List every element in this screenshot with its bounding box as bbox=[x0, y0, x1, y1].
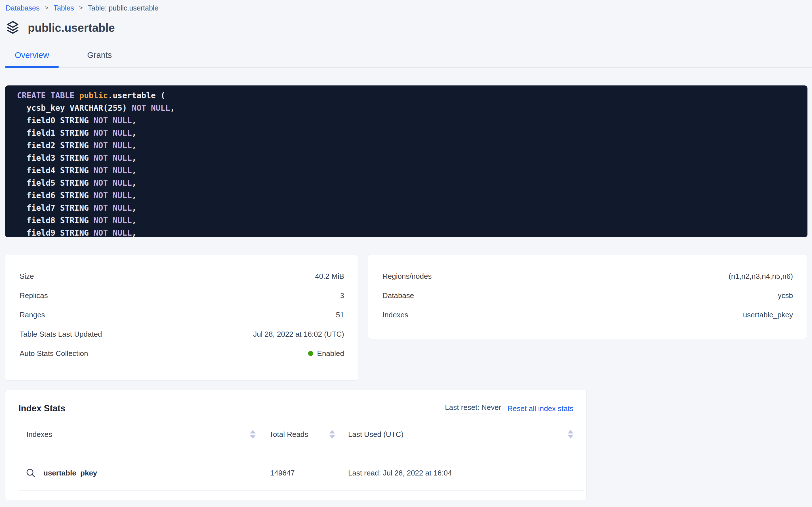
breadcrumb-separator-icon: > bbox=[79, 4, 83, 12]
stat-label: Ranges bbox=[19, 311, 45, 319]
stat-value: (n1,n2,n3,n4,n5,n6) bbox=[729, 272, 793, 281]
breadcrumb: Databases > Tables > Table: public.usert… bbox=[0, 0, 812, 12]
stat-value: Jul 28, 2022 at 16:02 (UTC) bbox=[253, 330, 344, 339]
page-title: public.usertable bbox=[28, 21, 115, 34]
create-statement-code-block: CREATE TABLE public.usertable ( ycsb_key… bbox=[5, 86, 807, 237]
index-table-body: usertable_pkey149647Last read: Jul 28, 2… bbox=[18, 455, 573, 491]
sql-line: ycsb_key VARCHAR(255) NOT NULL, bbox=[17, 102, 807, 114]
stat-label: Table Stats Last Updated bbox=[19, 330, 102, 339]
stat-row: Table Stats Last UpdatedJul 28, 2022 at … bbox=[19, 325, 344, 344]
sort-arrows-icon[interactable] bbox=[250, 430, 256, 439]
total-reads-value: 149647 bbox=[266, 469, 348, 477]
sql-line: field6 STRING NOT NULL, bbox=[17, 189, 807, 202]
table-divider bbox=[18, 491, 584, 491]
status-dot-icon bbox=[308, 351, 313, 356]
stat-row: Indexesusertable_pkey bbox=[382, 305, 793, 325]
summary-cards-row: Size40.2 MiBReplicas3Ranges51Table Stats… bbox=[5, 255, 807, 381]
stat-label: Regions/nodes bbox=[382, 272, 432, 281]
last-reset-label: Last reset: Never bbox=[445, 403, 501, 414]
stat-row: Replicas3 bbox=[19, 286, 344, 305]
stat-row: Regions/nodes(n1,n2,n3,n4,n5,n6) bbox=[382, 267, 793, 286]
column-header-indexes: Indexes bbox=[26, 430, 52, 439]
stat-row: Size40.2 MiB bbox=[19, 267, 344, 286]
sort-arrows-icon[interactable] bbox=[568, 430, 573, 439]
table-details-page: Databases > Tables > Table: public.usert… bbox=[0, 0, 812, 507]
breadcrumb-separator-icon: > bbox=[45, 4, 49, 12]
tab-overview[interactable]: Overview bbox=[5, 51, 59, 67]
stat-label: Database bbox=[382, 291, 414, 300]
column-header-total-reads: Total Reads bbox=[269, 430, 308, 439]
stat-label: Auto Stats Collection bbox=[19, 349, 88, 358]
sql-line: field8 STRING NOT NULL, bbox=[17, 214, 807, 227]
index-stats-title: Index Stats bbox=[18, 403, 65, 413]
index-table-header: Indexes Total Reads Last Used (UTC) bbox=[18, 414, 573, 455]
stat-label: Indexes bbox=[382, 311, 408, 319]
stat-value: 3 bbox=[340, 291, 344, 300]
tab-bar: Overview Grants bbox=[5, 51, 812, 68]
sql-line: field2 STRING NOT NULL, bbox=[17, 139, 807, 152]
sort-arrows-icon[interactable] bbox=[329, 430, 335, 439]
breadcrumb-databases-link[interactable]: Databases bbox=[6, 4, 40, 12]
column-header-last-used: Last Used (UTC) bbox=[348, 430, 403, 439]
stat-value: 51 bbox=[336, 311, 344, 319]
sql-line: field5 STRING NOT NULL, bbox=[17, 177, 807, 189]
stat-row: Ranges51 bbox=[19, 305, 344, 325]
last-used-value: Last read: Jul 28, 2022 at 16:04 bbox=[348, 469, 573, 477]
sql-line: field7 STRING NOT NULL, bbox=[17, 202, 807, 214]
table-details-card: Regions/nodes(n1,n2,n3,n4,n5,n6)Database… bbox=[368, 255, 807, 339]
page-title-row: public.usertable bbox=[5, 19, 812, 36]
index-table-row[interactable]: usertable_pkey149647Last read: Jul 28, 2… bbox=[18, 455, 573, 491]
index-stats-card: Index Stats Last reset: Never Reset all … bbox=[5, 390, 587, 500]
stat-value: 40.2 MiB bbox=[315, 272, 344, 281]
sql-line: CREATE TABLE public.usertable ( bbox=[17, 90, 807, 102]
stat-row: Auto Stats CollectionEnabled bbox=[19, 344, 344, 363]
breadcrumb-current: Table: public.usertable bbox=[88, 4, 159, 12]
reset-all-index-stats-link[interactable]: Reset all index stats bbox=[507, 404, 573, 413]
index-name: usertable_pkey bbox=[44, 469, 97, 477]
stat-row: Databaseycsb bbox=[382, 286, 793, 305]
tab-grants[interactable]: Grants bbox=[77, 51, 121, 67]
layers-icon bbox=[5, 19, 20, 36]
sql-line: field0 STRING NOT NULL, bbox=[17, 114, 807, 127]
table-stats-card: Size40.2 MiBReplicas3Ranges51Table Stats… bbox=[5, 255, 358, 381]
index-stats-header: Index Stats Last reset: Never Reset all … bbox=[18, 403, 573, 414]
sql-line: field3 STRING NOT NULL, bbox=[17, 152, 807, 164]
stat-value: Enabled bbox=[308, 349, 344, 358]
stat-label: Replicas bbox=[19, 291, 48, 300]
search-icon bbox=[25, 467, 36, 478]
sql-line: field1 STRING NOT NULL, bbox=[17, 127, 807, 139]
sql-line: field9 STRING NOT NULL, bbox=[17, 227, 807, 237]
breadcrumb-tables-link[interactable]: Tables bbox=[53, 4, 74, 12]
index-stats-actions: Last reset: Never Reset all index stats bbox=[445, 403, 573, 414]
sql-line: field4 STRING NOT NULL, bbox=[17, 164, 807, 177]
stat-value: ycsb bbox=[778, 291, 793, 300]
stat-label: Size bbox=[19, 272, 34, 281]
stat-value: usertable_pkey bbox=[743, 311, 793, 319]
